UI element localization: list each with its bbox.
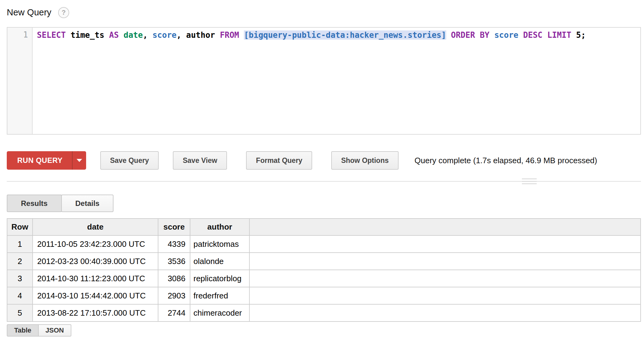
- cell-score: 3536: [158, 253, 190, 270]
- cell-row: 3: [7, 270, 33, 287]
- cell-author: frederfred: [190, 287, 249, 304]
- cell-score: 3086: [158, 270, 190, 287]
- query-status: Query complete (1.7s elapsed, 46.9 MB pr…: [415, 156, 597, 165]
- cell-row: 5: [7, 304, 33, 321]
- save-view-button[interactable]: Save View: [173, 151, 227, 170]
- sql-token-plain: [518, 30, 523, 40]
- sql-token-plain: ,: [143, 30, 152, 40]
- splitter-grip-icon[interactable]: [522, 178, 537, 185]
- table-row: 42014-03-10 15:44:42.000 UTC2903frederfr…: [7, 287, 641, 304]
- column-header-date: date: [33, 219, 158, 235]
- sql-code-line[interactable]: SELECT time_ts AS date, score, author FR…: [33, 28, 640, 134]
- cell-filler: [249, 270, 641, 287]
- query-toolbar: RUN QUERY Save Query Save View Format Qu…: [7, 151, 641, 170]
- results-table: Rowdatescoreauthor 12011-10-05 23:42:23.…: [7, 218, 641, 322]
- cell-author: replicatorblog: [190, 270, 249, 287]
- results-tabs: Results Details: [7, 195, 641, 212]
- cell-date: 2013-08-22 17:10:57.000 UTC: [33, 304, 158, 321]
- save-query-button[interactable]: Save Query: [100, 151, 159, 170]
- sql-editor[interactable]: 1 SELECT time_ts AS date, score, author …: [7, 27, 641, 135]
- sql-token-field: score: [153, 30, 177, 40]
- cell-date: 2011-10-05 23:42:23.000 UTC: [33, 235, 158, 253]
- sql-token-table-ref: [bigquery-public-data:hacker_news.storie…: [244, 30, 446, 40]
- table-row: 52013-08-22 17:10:57.000 UTC2744chimerac…: [7, 304, 641, 321]
- column-header-row: Row: [7, 219, 33, 235]
- sql-token-keyword: LIMIT: [547, 30, 571, 40]
- cell-author: chimeracoder: [190, 304, 249, 321]
- column-header-author: author: [190, 219, 249, 235]
- run-query-dropdown[interactable]: [73, 151, 86, 170]
- sql-token-plain: , author: [177, 30, 220, 40]
- run-query-button[interactable]: RUN QUERY: [7, 151, 86, 170]
- column-header-filler: [249, 219, 641, 235]
- cell-row: 2: [7, 253, 33, 270]
- sql-token-keyword: SELECT: [37, 30, 66, 40]
- cell-filler: [249, 253, 641, 270]
- line-number: 1: [23, 30, 28, 39]
- table-row: 22012-03-23 00:40:39.000 UTC3536olalonde: [7, 253, 641, 270]
- sql-token-plain: time_ts: [66, 30, 109, 40]
- run-query-label: RUN QUERY: [7, 151, 72, 170]
- cell-author: patricktomas: [190, 235, 249, 253]
- cell-date: 2012-03-23 00:40:39.000 UTC: [33, 253, 158, 270]
- cell-date: 2014-10-30 11:12:23.000 UTC: [33, 270, 158, 287]
- cell-date: 2014-03-10 15:44:42.000 UTC: [33, 287, 158, 304]
- view-switch: Table JSON: [7, 324, 641, 337]
- sql-token-plain: [239, 30, 244, 40]
- cell-score: 2903: [158, 287, 190, 304]
- results-header-row: Rowdatescoreauthor: [7, 219, 641, 235]
- page-title: New Query: [7, 7, 51, 18]
- format-query-button[interactable]: Format Query: [246, 151, 312, 170]
- tab-details[interactable]: Details: [61, 195, 114, 212]
- cell-score: 2744: [158, 304, 190, 321]
- page-header: New Query ?: [7, 6, 641, 19]
- tab-results[interactable]: Results: [7, 195, 62, 212]
- sql-token-plain: 5;: [571, 30, 586, 40]
- sql-token-plain: [490, 30, 495, 40]
- help-icon[interactable]: ?: [58, 7, 69, 18]
- chevron-down-icon: [77, 159, 82, 162]
- sql-token-field: score: [494, 30, 518, 40]
- cell-score: 4339: [158, 235, 190, 253]
- cell-filler: [249, 304, 641, 321]
- sql-token-keyword: AS: [109, 30, 119, 40]
- sql-token-plain: [446, 30, 451, 40]
- sql-token-keyword: DESC: [523, 30, 543, 40]
- table-row: 12011-10-05 23:42:23.000 UTC4339patrickt…: [7, 235, 641, 253]
- view-json-button[interactable]: JSON: [38, 324, 71, 337]
- column-header-score: score: [158, 219, 190, 235]
- cell-filler: [249, 235, 641, 253]
- table-row: 32014-10-30 11:12:23.000 UTC3086replicat…: [7, 270, 641, 287]
- pane-splitter[interactable]: [7, 178, 641, 185]
- cell-row: 1: [7, 235, 33, 253]
- sql-token-plain: [543, 30, 547, 40]
- cell-author: olalonde: [190, 253, 249, 270]
- view-table-button[interactable]: Table: [7, 324, 39, 337]
- sql-token-plain: [119, 30, 124, 40]
- cell-filler: [249, 287, 641, 304]
- bigquery-query-page: New Query ? 1 SELECT time_ts AS date, sc…: [0, 0, 644, 337]
- show-options-button[interactable]: Show Options: [331, 151, 399, 170]
- editor-gutter: 1: [7, 28, 33, 134]
- sql-token-type: date: [124, 30, 143, 40]
- sql-token-keyword: FROM: [220, 30, 239, 40]
- cell-row: 4: [7, 287, 33, 304]
- sql-token-keyword: ORDER BY: [451, 30, 489, 40]
